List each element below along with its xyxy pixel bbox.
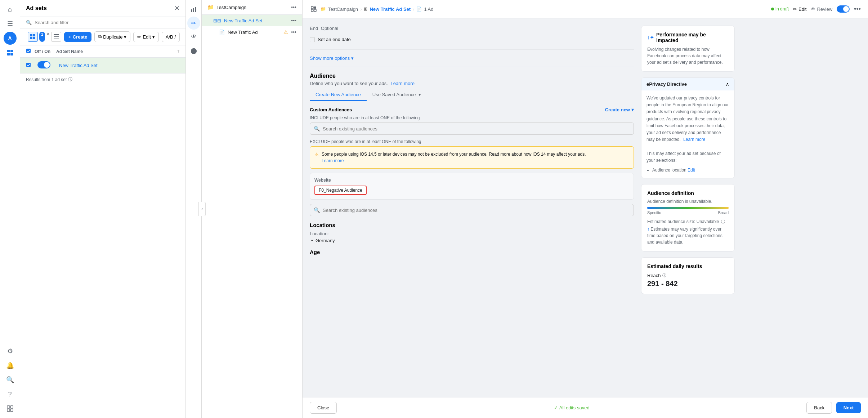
tree-item-adset[interactable]: ⊞⊞ New Traffic Ad Set ••• — [202, 15, 302, 26]
help-icon[interactable]: ? — [4, 388, 17, 401]
row-checkbox[interactable] — [26, 62, 35, 68]
svg-rect-2 — [7, 53, 10, 55]
close-bottom-button[interactable]: Close — [310, 402, 337, 414]
checkbox-col-header — [26, 48, 35, 54]
end-date-checkbox[interactable] — [310, 37, 315, 42]
edit-action-button[interactable]: ✏ Edit — [793, 6, 806, 12]
performance-icon: ↑✦ — [647, 35, 654, 40]
audience-header: Audience Define who you want to see your… — [310, 73, 634, 86]
edit-button[interactable]: ✏ Edit ▾ — [133, 32, 158, 42]
negative-audience-tag[interactable]: F0_Negative Audience — [314, 186, 367, 195]
reach-info-icon: ⓘ — [662, 273, 666, 278]
ad-tree-icon: 📄 — [219, 30, 225, 35]
create-button[interactable]: + Create — [64, 32, 91, 42]
avatar-icon[interactable]: A — [4, 32, 17, 45]
breadcrumb-adset[interactable]: New Traffic Ad Set — [370, 6, 411, 12]
tree-item-ad[interactable]: 📄 New Traffic Ad ⚠ ••• — [202, 26, 302, 38]
row-toggle[interactable] — [37, 61, 59, 70]
include-search-box[interactable]: 🔍 — [310, 123, 634, 135]
ad-more-button[interactable]: ••• — [291, 29, 296, 35]
adset-more-button[interactable]: ••• — [291, 18, 296, 23]
table-header: Off / On Ad Set Name ⬆ — [20, 45, 185, 58]
close-selection-icon[interactable]: ✕ — [46, 32, 50, 42]
eprivacy-learn-more-link[interactable]: Learn more — [683, 137, 705, 142]
tab-create-new[interactable]: Create New Audience — [310, 89, 367, 101]
svg-rect-23 — [314, 9, 316, 12]
chart-icon[interactable] — [187, 3, 200, 16]
svg-rect-1 — [10, 50, 13, 52]
exclude-search-box[interactable]: 🔍 — [310, 204, 634, 216]
tab-saved-audience[interactable]: Use Saved Audience ▾ — [367, 89, 427, 101]
adsets-toolbar: 1 ✕ + Create ⧉ Duplicate ▾ ✏ Edit ▾ A/B … — [20, 28, 185, 45]
include-label: INCLUDE people who are in at least ONE o… — [310, 115, 634, 120]
form-main: End Optional Set an end date Show more o… — [310, 26, 634, 390]
audience-learn-more-link[interactable]: Learn more — [390, 81, 414, 86]
svg-rect-9 — [33, 34, 35, 36]
bell-icon[interactable]: 🔔 — [4, 359, 17, 372]
daily-results-title: Estimated daily results — [647, 263, 729, 269]
optional-label: Optional — [321, 26, 338, 31]
close-button[interactable]: ✕ — [174, 4, 180, 12]
campaign-more-button[interactable]: ••• — [291, 4, 296, 10]
ios-warning-text: Some people using iOS 14.5 or later devi… — [322, 151, 586, 164]
eprivacy-header[interactable]: ePrivacy Directive ∧ — [641, 78, 734, 90]
adsets-title: Ad sets — [26, 5, 47, 12]
age-title: Age — [310, 249, 634, 255]
sort-icon[interactable]: ⬆ — [177, 49, 180, 53]
active-toggle[interactable] — [837, 5, 850, 13]
warning-icon: ⚠ — [283, 29, 288, 35]
ab-test-button[interactable]: A/B / — [162, 32, 180, 42]
campaigns-icon[interactable] — [4, 46, 17, 59]
location-label: Location: — [310, 231, 634, 236]
ios-learn-more-link[interactable]: Learn more — [322, 158, 344, 163]
svg-rect-5 — [10, 406, 13, 408]
gear-icon[interactable]: ⚙ — [4, 344, 17, 357]
svg-rect-16 — [26, 63, 31, 67]
selected-count-badge: 1 — [39, 32, 45, 42]
menu-icon[interactable]: ☰ — [4, 17, 17, 30]
breadcrumb-campaign[interactable]: TestCampaign — [328, 6, 358, 12]
adset-tree-icon: ⊞⊞ — [213, 18, 221, 23]
svg-rect-10 — [30, 37, 32, 39]
review-button[interactable]: 👁 Review — [811, 6, 832, 12]
eye-icon[interactable]: 👁 — [187, 30, 200, 43]
pencil-icon[interactable]: ✏ — [187, 17, 200, 30]
grid-view-button[interactable] — [28, 32, 38, 42]
circle-icon[interactable]: ⬤ — [187, 44, 200, 57]
apps-icon[interactable] — [4, 402, 17, 415]
top-bar: 📁 TestCampaign › ⊞ New Traffic Ad Set › … — [303, 0, 868, 18]
exclude-search-input[interactable] — [323, 208, 630, 213]
next-button[interactable]: Next — [836, 402, 861, 413]
duplicate-button[interactable]: ⧉ Duplicate ▾ — [94, 31, 130, 42]
ios-warning-box: ⚠ Some people using iOS 14.5 or later de… — [310, 146, 634, 169]
svg-rect-21 — [314, 6, 316, 9]
home-icon[interactable]: ⌂ — [4, 3, 17, 16]
create-new-audience-button[interactable]: Create new ▾ — [605, 107, 634, 112]
svg-rect-15 — [26, 49, 31, 53]
exclude-section: EXCLUDE people who are in at least ONE o… — [310, 139, 634, 216]
search-input[interactable] — [35, 20, 180, 25]
table-row[interactable]: New Traffic Ad Set — [20, 58, 185, 74]
more-options-button[interactable]: ••• — [854, 5, 861, 13]
audience-location-edit-link[interactable]: Edit — [688, 168, 695, 173]
show-more-link[interactable]: Show more options ▾ — [310, 55, 634, 61]
adsets-header: Ad sets ✕ — [20, 0, 185, 17]
list-view-button[interactable] — [51, 32, 61, 42]
right-panel: ↑✦ Performance may be impacted Evolving … — [641, 26, 735, 390]
eprivacy-card: ePrivacy Directive ∧ We've updated our p… — [641, 77, 735, 178]
svg-rect-7 — [10, 409, 13, 412]
website-label: Website — [314, 178, 629, 183]
bolt-icon: / — [174, 34, 176, 40]
collapse-panel-button[interactable]: ‹ — [198, 202, 206, 216]
back-button[interactable]: Back — [806, 402, 832, 414]
campaign-tree-panel: 📁 TestCampaign ••• ⊞⊞ New Traffic Ad Set… — [202, 0, 303, 418]
edit-top-button[interactable] — [310, 4, 318, 14]
folder-icon: 📁 — [207, 4, 214, 10]
info-icon: ⓘ — [68, 76, 72, 83]
eye-icon: 👁 — [811, 6, 815, 12]
breadcrumb-ad[interactable]: 1 Ad — [424, 6, 433, 12]
search-icon: 🔍 — [26, 20, 32, 25]
search-icon[interactable]: 🔍 — [4, 373, 17, 386]
include-search-input[interactable] — [323, 126, 630, 132]
svg-rect-13 — [54, 36, 59, 37]
